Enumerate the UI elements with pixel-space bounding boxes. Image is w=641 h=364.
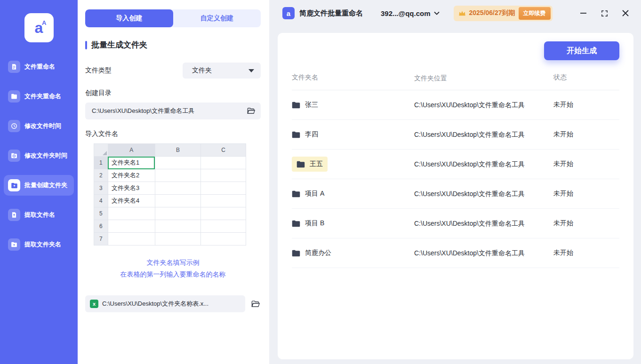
sidebar-item-modify-file-time[interactable]: 修改文件时间 [4, 116, 74, 136]
folder-icon [296, 161, 305, 168]
folder-name: 简鹿办公 [305, 249, 331, 257]
sheet-cell [201, 233, 246, 245]
browse-file-button[interactable] [250, 299, 261, 309]
folder-rename-icon [8, 90, 20, 103]
import-file-path: C:\Users\XU\Desktop\文件夹名称表.x... [102, 300, 208, 308]
folder-open-icon [247, 107, 255, 115]
license-badge: 2025/06/27到期 立即续费 [454, 6, 553, 21]
status-text: 未开始 [546, 130, 573, 139]
sidebar-item-extract-file-name[interactable]: 提取文件名 [4, 205, 74, 225]
sheet-cell [201, 169, 246, 182]
status-text: 未开始 [546, 190, 573, 198]
sidebar-item-batch-create-folder[interactable]: 批量创建文件夹 [4, 175, 74, 196]
page-title: 批量生成文件夹 [91, 40, 147, 50]
sidebar-item-label: 批量创建文件夹 [24, 181, 67, 190]
sheet-cell [155, 207, 201, 220]
sidebar-item-label: 文件重命名 [24, 63, 55, 71]
table-row[interactable]: 张三 C:\Users\XU\Desktop\文件重命名工具 未开始 [292, 90, 619, 120]
sheet-col-header: B [155, 144, 201, 157]
sheet-corner-cell [94, 144, 108, 157]
sheet-cell [201, 220, 246, 233]
sheet-cell [201, 207, 246, 220]
import-names-label: 导入文件名 [85, 130, 261, 138]
table-row[interactable]: 李四 C:\Users\XU\Desktop\文件重命名工具 未开始 [292, 120, 619, 150]
tab-import-create[interactable]: 导入创建 [85, 9, 173, 27]
section-title-bar [85, 41, 87, 49]
sidebar: a A 文件重命名 文件夹重命名 修改文件时间 [0, 0, 78, 364]
sheet-row-header: 7 [94, 233, 108, 245]
folder-location: C:\Users\XU\Desktop\文件重命名工具 [414, 219, 546, 228]
file-type-field: 文件类型 文件夹 [85, 63, 261, 79]
close-button[interactable] [621, 9, 630, 17]
sidebar-item-file-rename[interactable]: 文件重命名 [4, 56, 74, 77]
excel-file-icon: x [90, 300, 98, 308]
folder-name: 项目 B [305, 219, 324, 228]
app-window: a A 文件重命名 文件夹重命名 修改文件时间 [0, 0, 641, 364]
sidebar-item-label: 文件夹重命名 [24, 92, 61, 101]
sidebar-item-label: 修改文件夹时间 [24, 151, 67, 160]
folder-icon [292, 220, 300, 227]
folder-name: 项目 A [305, 190, 324, 198]
sheet-cell [201, 195, 246, 207]
minimize-button[interactable] [579, 9, 588, 17]
table-row[interactable]: 简鹿办公 C:\Users\XU\Desktop\文件重命名工具 未开始 [292, 238, 619, 268]
table-row[interactable]: 王五 C:\Users\XU\Desktop\文件重命名工具 未开始 [292, 150, 619, 179]
sidebar-nav: 文件重命名 文件夹重命名 修改文件时间 修改文件夹时间 [4, 56, 74, 255]
sheet-cell: 文件夹名4 [108, 195, 155, 207]
sheet-cell [108, 233, 155, 245]
folder-location: C:\Users\XU\Desktop\文件重命名工具 [414, 159, 546, 169]
sheet-cell [201, 157, 246, 169]
chevron-down-icon [248, 69, 254, 72]
status-text: 未开始 [546, 249, 573, 257]
sheet-cell [201, 182, 246, 195]
sheet-cell-selected: 文件夹名1 [108, 157, 155, 169]
sheet-cell [155, 233, 201, 245]
logo-sup-letter: A [42, 19, 46, 26]
create-dir-input[interactable]: C:\Users\XU\Desktop\文件重命名工具 [85, 103, 261, 119]
sheet-col-header: C [201, 144, 246, 157]
sheet-cell [155, 220, 201, 233]
folder-icon [292, 190, 300, 198]
highlighted-name-cell: 王五 [292, 157, 328, 172]
sheet-cell [155, 169, 201, 182]
sheet-col-header: A [108, 144, 155, 157]
import-file-row: x C:\Users\XU\Desktop\文件夹名称表.x... [85, 295, 261, 312]
folder-name: 李四 [305, 130, 318, 139]
browse-folder-button[interactable] [246, 106, 256, 116]
sidebar-item-modify-folder-time[interactable]: 修改文件夹时间 [4, 145, 74, 166]
sheet-cell [108, 207, 155, 220]
file-type-select[interactable]: 文件夹 [183, 63, 261, 79]
table-header-row: 文件夹名 文件夹位置 状态 [292, 73, 619, 90]
main-panel: a 简鹿文件批量重命名 392...@qq.com 2025/06/27到期 立… [269, 0, 641, 364]
batch-create-folder-icon [8, 179, 20, 191]
license-expiry: 2025/06/27到期 [469, 9, 515, 17]
status-text: 未开始 [546, 219, 573, 228]
import-file-input[interactable]: x C:\Users\XU\Desktop\文件夹名称表.x... [85, 295, 245, 312]
sheet-row-header: 5 [94, 207, 108, 220]
sidebar-item-extract-folder-name[interactable]: 提取文件夹名 [4, 234, 74, 255]
sheet-row-header: 6 [94, 220, 108, 233]
renew-button[interactable]: 立即续费 [519, 7, 551, 20]
tab-custom-create[interactable]: 自定义创建 [173, 9, 261, 27]
sheet-cell: 文件夹名3 [108, 182, 155, 195]
start-generate-button[interactable]: 开始生成 [544, 41, 619, 60]
chevron-down-icon [434, 11, 440, 15]
hint-link[interactable]: 在表格的第一列输入要重命名的名称 [85, 269, 261, 280]
table-row[interactable]: 项目 B C:\Users\XU\Desktop\文件重命名工具 未开始 [292, 209, 619, 238]
table-row[interactable]: 项目 A C:\Users\XU\Desktop\文件重命名工具 未开始 [292, 179, 619, 209]
app-icon: a [282, 7, 295, 19]
folder-name: 王五 [310, 160, 323, 168]
sidebar-item-label: 修改文件时间 [24, 122, 61, 130]
folder-icon [292, 250, 300, 257]
maximize-button[interactable] [600, 9, 609, 18]
extract-file-name-icon [8, 209, 20, 221]
file-rename-icon [8, 61, 20, 73]
sheet-cell [155, 157, 201, 169]
example-link[interactable]: 文件夹名填写示例 [85, 257, 261, 269]
sheet-row-header: 4 [94, 195, 108, 207]
sidebar-item-folder-rename[interactable]: 文件夹重命名 [4, 86, 74, 107]
sheet-hints: 文件夹名填写示例 在表格的第一列输入要重命名的名称 [85, 257, 261, 280]
account-dropdown[interactable]: 392...@qq.com [381, 9, 440, 17]
close-icon [622, 10, 629, 16]
col-header-folder-location: 文件夹位置 [414, 73, 546, 83]
